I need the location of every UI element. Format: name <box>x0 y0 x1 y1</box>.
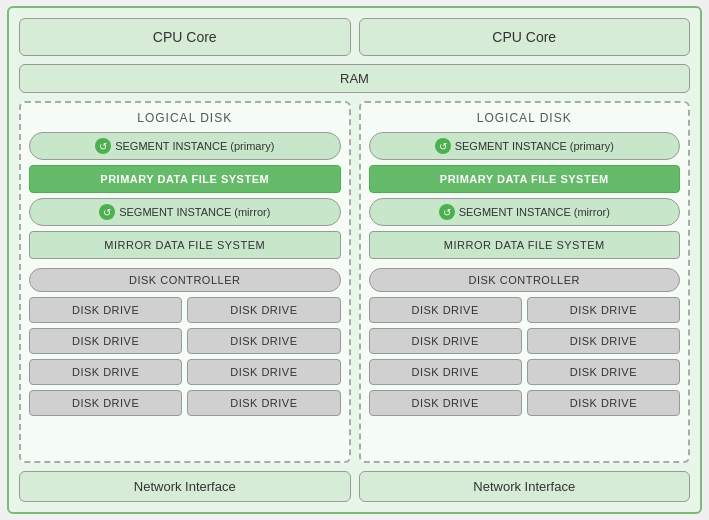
disk-drive-right-5: DISK DRIVE <box>369 359 522 385</box>
ram-label: RAM <box>340 71 369 86</box>
logical-disk-left: LOGICAL DISK ↺ SEGMENT INSTANCE (primary… <box>19 101 351 463</box>
segment-mirror-right-label: SEGMENT INSTANCE (mirror) <box>459 206 610 218</box>
disk-controller-left: DISK CONTROLLER <box>29 268 341 292</box>
disk-drive-right-3: DISK DRIVE <box>369 328 522 354</box>
cpu-left-label: CPU Core <box>153 29 217 45</box>
segment-mirror-right-icon: ↺ <box>439 204 455 220</box>
disk-drive-right-2: DISK DRIVE <box>527 297 680 323</box>
disk-drive-right-7: DISK DRIVE <box>369 390 522 416</box>
cpu-left: CPU Core <box>19 18 351 56</box>
logical-disk-right-title: LOGICAL DISK <box>369 111 681 125</box>
logical-row: LOGICAL DISK ↺ SEGMENT INSTANCE (primary… <box>19 101 690 463</box>
mirror-fs-right: MIRROR DATA FILE SYSTEM <box>369 231 681 259</box>
segment-mirror-left: ↺ SEGMENT INSTANCE (mirror) <box>29 198 341 226</box>
network-right: Network Interface <box>359 471 691 502</box>
disk-drive-left-4: DISK DRIVE <box>187 328 340 354</box>
network-left-label: Network Interface <box>134 479 236 494</box>
disk-drive-right-4: DISK DRIVE <box>527 328 680 354</box>
segment-primary-left: ↺ SEGMENT INSTANCE (primary) <box>29 132 341 160</box>
disk-drive-left-5: DISK DRIVE <box>29 359 182 385</box>
disk-drive-right-8: DISK DRIVE <box>527 390 680 416</box>
segment-mirror-left-label: SEGMENT INSTANCE (mirror) <box>119 206 270 218</box>
disk-drive-left-8: DISK DRIVE <box>187 390 340 416</box>
ram-box: RAM <box>19 64 690 93</box>
disk-drive-left-3: DISK DRIVE <box>29 328 182 354</box>
segment-primary-right: ↺ SEGMENT INSTANCE (primary) <box>369 132 681 160</box>
segment-primary-right-icon: ↺ <box>435 138 451 154</box>
logical-disk-right: LOGICAL DISK ↺ SEGMENT INSTANCE (primary… <box>359 101 691 463</box>
disk-drive-left-2: DISK DRIVE <box>187 297 340 323</box>
logical-disk-left-title: LOGICAL DISK <box>29 111 341 125</box>
segment-primary-left-icon: ↺ <box>95 138 111 154</box>
disk-drives-grid-right: DISK DRIVE DISK DRIVE DISK DRIVE DISK DR… <box>369 297 681 416</box>
network-row: Network Interface Network Interface <box>19 471 690 502</box>
cpu-right: CPU Core <box>359 18 691 56</box>
main-container: CPU Core CPU Core RAM LOGICAL DISK ↺ SEG… <box>7 6 702 514</box>
segment-mirror-right: ↺ SEGMENT INSTANCE (mirror) <box>369 198 681 226</box>
network-left: Network Interface <box>19 471 351 502</box>
mirror-fs-left: MIRROR DATA FILE SYSTEM <box>29 231 341 259</box>
primary-fs-left: PRIMARY DATA FILE SYSTEM <box>29 165 341 193</box>
primary-fs-right: PRIMARY DATA FILE SYSTEM <box>369 165 681 193</box>
disk-drives-grid-left: DISK DRIVE DISK DRIVE DISK DRIVE DISK DR… <box>29 297 341 416</box>
disk-drive-left-7: DISK DRIVE <box>29 390 182 416</box>
cpu-right-label: CPU Core <box>492 29 556 45</box>
disk-drive-left-1: DISK DRIVE <box>29 297 182 323</box>
segment-primary-left-label: SEGMENT INSTANCE (primary) <box>115 140 274 152</box>
cpu-row: CPU Core CPU Core <box>19 18 690 56</box>
segment-mirror-left-icon: ↺ <box>99 204 115 220</box>
disk-drive-right-6: DISK DRIVE <box>527 359 680 385</box>
network-right-label: Network Interface <box>473 479 575 494</box>
disk-controller-right: DISK CONTROLLER <box>369 268 681 292</box>
segment-primary-right-label: SEGMENT INSTANCE (primary) <box>455 140 614 152</box>
disk-drive-right-1: DISK DRIVE <box>369 297 522 323</box>
disk-drive-left-6: DISK DRIVE <box>187 359 340 385</box>
